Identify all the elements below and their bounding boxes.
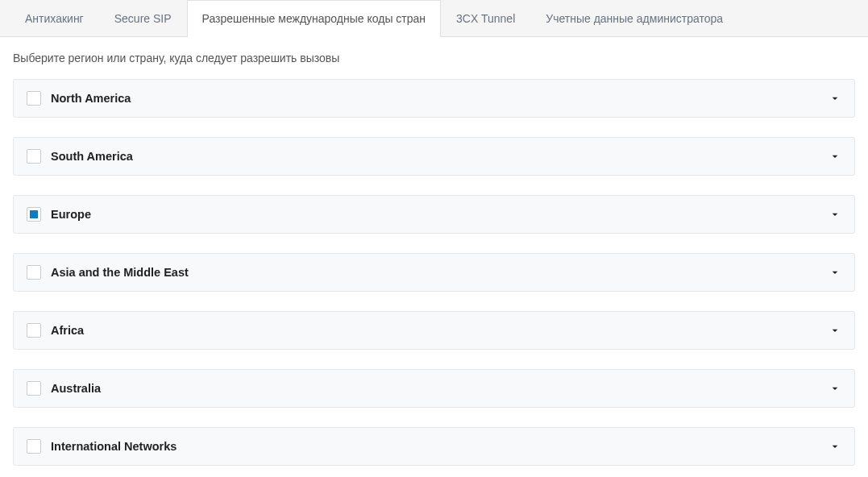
region-left: South America xyxy=(27,149,133,164)
region-row-africa[interactable]: Africa xyxy=(13,311,855,350)
checkbox-australia[interactable] xyxy=(27,381,41,396)
chevron-down-icon[interactable] xyxy=(829,266,841,279)
chevron-down-icon[interactable] xyxy=(829,150,841,163)
checkbox-south-america[interactable] xyxy=(27,149,41,164)
tab-allowed-country-codes[interactable]: Разрешенные международные коды стран xyxy=(187,0,442,37)
region-row-europe[interactable]: Europe xyxy=(13,195,855,234)
region-left: Africa xyxy=(27,323,84,338)
checkbox-africa[interactable] xyxy=(27,323,41,338)
chevron-down-icon[interactable] xyxy=(829,324,841,337)
checkbox-asia-middle-east[interactable] xyxy=(27,265,41,280)
tab-3cx-tunnel[interactable]: 3CX Tunnel xyxy=(441,0,530,36)
chevron-down-icon[interactable] xyxy=(829,92,841,105)
description-text: Выберите регион или страну, куда следует… xyxy=(0,37,868,79)
region-label: Africa xyxy=(51,324,84,337)
region-row-north-america[interactable]: North America xyxy=(13,79,855,118)
region-row-australia[interactable]: Australia xyxy=(13,369,855,408)
region-left: Asia and the Middle East xyxy=(27,265,189,280)
content-panel: Выберите регион или страну, куда следует… xyxy=(0,37,868,466)
tab-antihacking[interactable]: Антихакинг xyxy=(10,0,99,36)
chevron-down-icon[interactable] xyxy=(829,440,841,453)
tabs-bar: Антихакинг Secure SIP Разрешенные междун… xyxy=(0,0,868,37)
chevron-down-icon[interactable] xyxy=(829,208,841,221)
region-label: North America xyxy=(51,92,131,105)
checkbox-europe[interactable] xyxy=(27,207,41,222)
region-label: Europe xyxy=(51,208,91,221)
tab-secure-sip[interactable]: Secure SIP xyxy=(99,0,187,36)
region-row-asia-middle-east[interactable]: Asia and the Middle East xyxy=(13,253,855,292)
region-row-international-networks[interactable]: International Networks xyxy=(13,427,855,466)
region-left: North America xyxy=(27,91,131,106)
region-label: Australia xyxy=(51,382,101,395)
region-label: South America xyxy=(51,150,133,163)
region-label: International Networks xyxy=(51,440,177,453)
region-label: Asia and the Middle East xyxy=(51,266,189,279)
tab-admin-credentials[interactable]: Учетные данные администратора xyxy=(530,0,738,36)
region-left: Europe xyxy=(27,207,91,222)
region-left: International Networks xyxy=(27,439,177,454)
checkbox-international-networks[interactable] xyxy=(27,439,41,454)
region-row-south-america[interactable]: South America xyxy=(13,137,855,176)
region-left: Australia xyxy=(27,381,101,396)
region-list: North America South America Europe xyxy=(0,79,868,466)
checkbox-north-america[interactable] xyxy=(27,91,41,106)
chevron-down-icon[interactable] xyxy=(829,382,841,395)
